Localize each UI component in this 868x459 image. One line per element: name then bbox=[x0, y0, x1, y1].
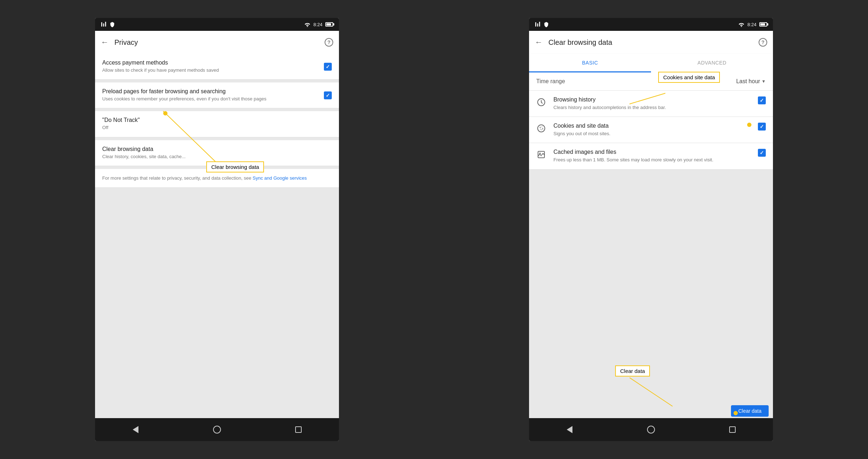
right-phone-container: 8:24 ← Clear browsing data ? BASIC ADVAN… bbox=[434, 0, 868, 459]
time-range-value[interactable]: Last hour ▼ bbox=[736, 78, 766, 85]
svg-rect-1 bbox=[103, 23, 104, 27]
preload-checkbox[interactable] bbox=[324, 91, 332, 99]
browsing-history-checkbox[interactable] bbox=[758, 96, 766, 104]
clear-browsing-data-item[interactable]: Clear browsing data Clear history, cooki… bbox=[95, 140, 339, 166]
back-triangle-right bbox=[567, 426, 572, 433]
cookies-checkbox[interactable] bbox=[758, 123, 766, 131]
wifi-icon-left bbox=[304, 22, 311, 27]
time-range-row[interactable]: Time range Last hour ▼ bbox=[529, 72, 773, 91]
svg-point-17 bbox=[539, 153, 541, 154]
home-nav-right[interactable] bbox=[644, 422, 658, 437]
payment-checkbox[interactable] bbox=[324, 63, 332, 71]
tab-advanced[interactable]: ADVANCED bbox=[651, 54, 773, 72]
access-payment-item[interactable]: Access payment methods Allow sites to ch… bbox=[95, 54, 339, 80]
time-range-label: Time range bbox=[536, 78, 565, 85]
battery-icon-left bbox=[325, 22, 333, 27]
right-nav-bar bbox=[529, 418, 773, 441]
shield-icon-right bbox=[543, 22, 549, 27]
back-button-left[interactable]: ← bbox=[101, 38, 109, 47]
home-circle-left bbox=[213, 426, 221, 434]
home-circle-right bbox=[647, 426, 655, 434]
svg-rect-6 bbox=[537, 23, 538, 27]
footer-text: For more settings that relate to privacy… bbox=[102, 175, 253, 181]
cached-subtitle: Frees up less than 1 MB. Some sites may … bbox=[553, 157, 751, 163]
notification-icon-right bbox=[535, 22, 541, 27]
notification-icon bbox=[101, 22, 107, 27]
browsing-history-item[interactable]: Browsing history Clears history and auto… bbox=[529, 91, 773, 117]
left-phone-screen: 8:24 ← Privacy ? Access payment methods … bbox=[95, 18, 339, 441]
cached-icon bbox=[536, 150, 546, 160]
cached-images-item[interactable]: Cached images and files Frees up less th… bbox=[529, 143, 773, 169]
svg-rect-2 bbox=[105, 22, 106, 27]
svg-point-14 bbox=[540, 129, 541, 129]
right-status-bar: 8:24 bbox=[529, 18, 773, 31]
svg-rect-7 bbox=[539, 22, 540, 27]
do-not-track-item[interactable]: "Do Not Track" Off bbox=[95, 111, 339, 137]
right-app-bar: ← Clear browsing data ? bbox=[529, 31, 773, 54]
recent-square-left bbox=[295, 426, 302, 433]
preload-item[interactable]: Preload pages for faster browsing and se… bbox=[95, 82, 339, 108]
svg-point-11 bbox=[540, 127, 541, 128]
left-app-bar: ← Privacy ? bbox=[95, 31, 339, 54]
back-nav-right[interactable] bbox=[562, 422, 577, 437]
dropdown-arrow: ▼ bbox=[761, 79, 766, 84]
tab-basic[interactable]: BASIC bbox=[529, 54, 651, 72]
left-nav-bar bbox=[95, 418, 339, 441]
svg-point-10 bbox=[538, 125, 545, 132]
right-content: Time range Last hour ▼ Browsing history … bbox=[529, 72, 773, 418]
cookies-item[interactable]: Cookies and site data Signs you out of m… bbox=[529, 117, 773, 143]
left-phone-container: 8:24 ← Privacy ? Access payment methods … bbox=[0, 0, 434, 459]
clear-data-button[interactable]: Clear data bbox=[731, 405, 769, 417]
payment-title: Access payment methods bbox=[102, 60, 324, 66]
history-icon bbox=[536, 97, 546, 107]
footer-section: For more settings that relate to privacy… bbox=[95, 169, 339, 188]
svg-rect-0 bbox=[101, 22, 102, 27]
shield-icon bbox=[109, 22, 115, 27]
left-content: Access payment methods Allow sites to ch… bbox=[95, 54, 339, 418]
time-left: 8:24 bbox=[313, 22, 322, 27]
right-phone-screen: 8:24 ← Clear browsing data ? BASIC ADVAN… bbox=[529, 18, 773, 441]
svg-point-15 bbox=[541, 129, 542, 130]
home-nav-left[interactable] bbox=[210, 422, 224, 437]
right-status-icons bbox=[535, 22, 549, 27]
help-icon-left[interactable]: ? bbox=[325, 38, 333, 47]
browsing-history-subtitle: Clears history and autocompletions in th… bbox=[553, 104, 751, 111]
back-nav-left[interactable] bbox=[128, 422, 143, 437]
svg-point-12 bbox=[542, 127, 542, 127]
divider-3 bbox=[95, 137, 339, 140]
tabs-bar: BASIC ADVANCED bbox=[529, 54, 773, 72]
clear-subtitle: Clear history, cookies, site data, cache… bbox=[102, 153, 332, 160]
preload-title: Preload pages for faster browsing and se… bbox=[102, 88, 324, 95]
browsing-history-title: Browsing history bbox=[553, 96, 751, 103]
back-button-right[interactable]: ← bbox=[535, 38, 543, 47]
divider-1 bbox=[95, 80, 339, 82]
divider-4 bbox=[95, 166, 339, 169]
left-status-icons bbox=[101, 22, 115, 27]
dnt-title: "Do Not Track" bbox=[102, 117, 332, 123]
preload-subtitle: Uses cookies to remember your preference… bbox=[102, 96, 324, 102]
cached-title: Cached images and files bbox=[553, 149, 751, 155]
left-status-right: 8:24 bbox=[304, 22, 333, 27]
battery-icon-right bbox=[759, 22, 767, 27]
payment-subtitle: Allow sites to check if you have payment… bbox=[102, 67, 324, 74]
svg-rect-5 bbox=[535, 22, 536, 27]
right-status-right: 8:24 bbox=[738, 22, 767, 27]
wifi-icon-right bbox=[738, 22, 745, 27]
recent-nav-left[interactable] bbox=[291, 422, 306, 437]
sync-link[interactable]: Sync and Google services bbox=[253, 175, 307, 181]
cached-checkbox[interactable] bbox=[758, 149, 766, 157]
page-title-left: Privacy bbox=[114, 38, 319, 47]
divider-2 bbox=[95, 108, 339, 111]
page-title-right: Clear browsing data bbox=[548, 38, 753, 47]
recent-nav-right[interactable] bbox=[725, 422, 740, 437]
recent-square-right bbox=[729, 426, 736, 433]
svg-point-13 bbox=[542, 128, 543, 129]
clear-title: Clear browsing data bbox=[102, 146, 332, 152]
svg-point-8 bbox=[741, 26, 742, 27]
svg-point-3 bbox=[307, 26, 308, 27]
left-status-bar: 8:24 bbox=[95, 18, 339, 31]
time-right: 8:24 bbox=[747, 22, 756, 27]
cookies-title: Cookies and site data bbox=[553, 123, 751, 129]
help-icon-right[interactable]: ? bbox=[759, 38, 767, 47]
cookies-icon bbox=[536, 123, 546, 133]
